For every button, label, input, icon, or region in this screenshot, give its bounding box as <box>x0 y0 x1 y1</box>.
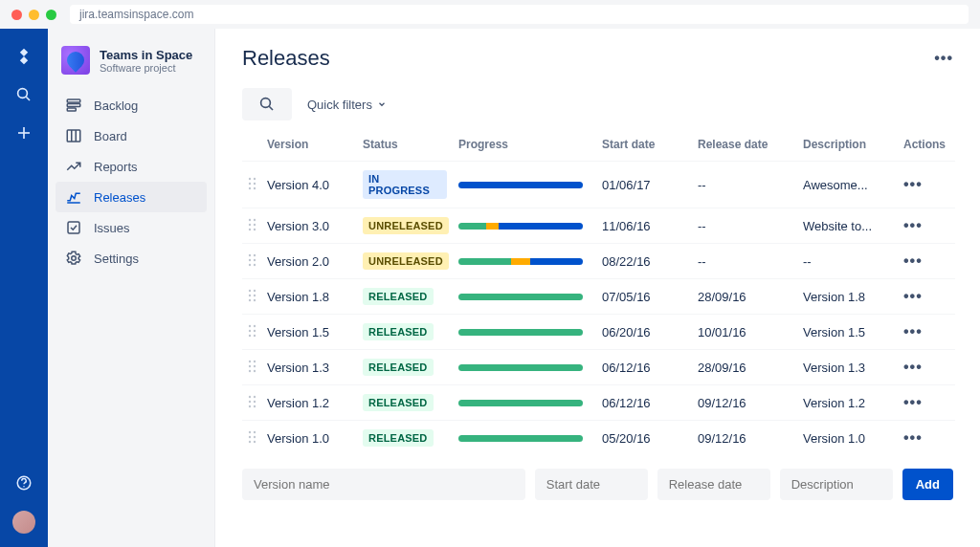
drag-handle-icon[interactable] <box>242 350 261 385</box>
svg-point-21 <box>254 186 256 188</box>
col-release-date[interactable]: Release date <box>692 130 797 162</box>
table-row[interactable]: Version 1.5RELEASED06/20/1610/01/16Versi… <box>242 315 955 350</box>
search-icon[interactable] <box>13 84 34 105</box>
row-more-actions[interactable]: ••• <box>903 217 923 233</box>
svg-point-63 <box>254 440 256 442</box>
version-name[interactable]: Version 2.0 <box>267 254 329 269</box>
release-description: Version 1.2 <box>803 396 865 410</box>
table-row[interactable]: Version 1.2RELEASED06/12/1609/12/16Versi… <box>242 385 955 421</box>
sidebar-item-issues[interactable]: Issues <box>56 212 207 243</box>
svg-point-20 <box>249 186 251 188</box>
svg-point-31 <box>254 258 256 260</box>
status-badge: RELEASED <box>363 359 434 376</box>
svg-point-27 <box>254 228 256 230</box>
svg-rect-9 <box>67 130 80 142</box>
add-start-date-input[interactable] <box>535 469 648 500</box>
row-more-actions[interactable]: ••• <box>903 323 923 339</box>
svg-point-58 <box>249 430 251 432</box>
svg-point-35 <box>254 289 256 291</box>
table-row[interactable]: Version 1.8RELEASED07/05/1628/09/16Versi… <box>242 279 955 315</box>
help-icon[interactable] <box>13 472 34 493</box>
version-name[interactable]: Version 3.0 <box>267 219 329 233</box>
table-row[interactable]: Version 4.0IN PROGRESS01/06/17--Awesome.… <box>242 162 955 208</box>
svg-point-60 <box>249 435 251 437</box>
add-description-input[interactable] <box>780 469 893 500</box>
drag-handle-icon[interactable] <box>242 244 261 279</box>
sidebar-item-reports[interactable]: Reports <box>56 151 207 182</box>
row-more-actions[interactable]: ••• <box>903 394 923 410</box>
table-row[interactable]: Version 1.3RELEASED06/12/1628/09/16Versi… <box>242 350 955 385</box>
create-icon[interactable] <box>13 122 34 143</box>
start-date: 11/06/16 <box>602 219 651 233</box>
version-name[interactable]: Version 1.5 <box>267 325 329 339</box>
svg-point-25 <box>254 223 256 225</box>
drag-handle-icon[interactable] <box>242 315 261 350</box>
project-name: Teams in Space <box>100 48 192 62</box>
add-version-name-input[interactable] <box>242 469 525 500</box>
version-name[interactable]: Version 1.2 <box>267 396 329 410</box>
col-status[interactable]: Status <box>357 130 453 162</box>
svg-point-61 <box>254 435 256 437</box>
sidebar-item-settings[interactable]: Settings <box>56 243 207 274</box>
minimize-window-button[interactable] <box>29 10 39 20</box>
drag-handle-icon[interactable] <box>242 162 261 208</box>
drag-handle-icon[interactable] <box>242 208 261 244</box>
svg-point-44 <box>249 334 251 336</box>
row-more-actions[interactable]: ••• <box>903 429 923 446</box>
start-date: 05/20/16 <box>602 431 651 446</box>
drag-handle-icon[interactable] <box>242 421 261 456</box>
status-badge: RELEASED <box>363 288 434 305</box>
status-badge: RELEASED <box>363 429 434 447</box>
svg-point-5 <box>23 486 25 488</box>
jira-logo-icon[interactable] <box>13 46 34 67</box>
releases-search-button[interactable] <box>242 88 292 120</box>
sidebar-item-board[interactable]: Board <box>56 120 207 151</box>
col-progress[interactable]: Progress <box>453 130 596 162</box>
search-icon <box>258 96 276 113</box>
drag-handle-icon[interactable] <box>242 279 261 315</box>
add-release-date-input[interactable] <box>657 469 770 500</box>
progress-bar <box>458 435 583 442</box>
svg-point-49 <box>254 364 256 366</box>
status-badge: IN PROGRESS <box>363 170 447 199</box>
row-more-actions[interactable]: ••• <box>903 359 923 375</box>
table-row[interactable]: Version 2.0UNRELEASED08/22/16----••• <box>242 244 955 279</box>
table-row[interactable]: Version 3.0UNRELEASED11/06/16--Website t… <box>242 208 955 244</box>
svg-point-34 <box>249 289 251 291</box>
status-badge: RELEASED <box>363 323 434 340</box>
release-description: Version 1.8 <box>803 290 865 304</box>
project-header[interactable]: Teams in Space Software project <box>56 46 207 90</box>
version-name[interactable]: Version 1.0 <box>267 431 329 446</box>
col-start-date[interactable]: Start date <box>596 130 692 162</box>
drag-handle-icon[interactable] <box>242 385 261 421</box>
release-date: 10/01/16 <box>698 325 746 339</box>
page-more-actions[interactable]: ••• <box>934 50 953 67</box>
sidebar-item-backlog[interactable]: Backlog <box>56 90 207 120</box>
row-more-actions[interactable]: ••• <box>903 252 923 269</box>
row-more-actions[interactable]: ••• <box>903 288 923 304</box>
releases-icon <box>65 188 82 206</box>
version-name[interactable]: Version 1.8 <box>267 290 329 304</box>
release-date: 09/12/16 <box>698 396 746 410</box>
sidebar-item-releases[interactable]: Releases <box>56 182 207 212</box>
board-icon <box>65 127 82 144</box>
url-bar[interactable]: jira.teamsinspace.com <box>70 5 969 24</box>
maximize-window-button[interactable] <box>46 10 56 20</box>
quick-filters-dropdown[interactable]: Quick filters <box>307 98 387 112</box>
user-avatar[interactable] <box>12 511 35 534</box>
settings-icon <box>65 250 82 267</box>
svg-point-59 <box>254 430 256 432</box>
svg-point-42 <box>249 329 251 331</box>
row-more-actions[interactable]: ••• <box>903 176 923 192</box>
col-version[interactable]: Version <box>261 130 357 162</box>
table-row[interactable]: Version 1.0RELEASED05/20/1609/12/16Versi… <box>242 421 955 456</box>
col-description[interactable]: Description <box>797 130 898 162</box>
version-name[interactable]: Version 4.0 <box>267 178 329 192</box>
version-name[interactable]: Version 1.3 <box>267 361 329 375</box>
close-window-button[interactable] <box>11 10 22 20</box>
sidebar-item-label: Reports <box>94 160 138 174</box>
svg-point-30 <box>249 258 251 260</box>
add-release-button[interactable]: Add <box>902 469 953 500</box>
start-date: 06/20/16 <box>602 325 651 339</box>
start-date: 08/22/16 <box>602 254 651 269</box>
